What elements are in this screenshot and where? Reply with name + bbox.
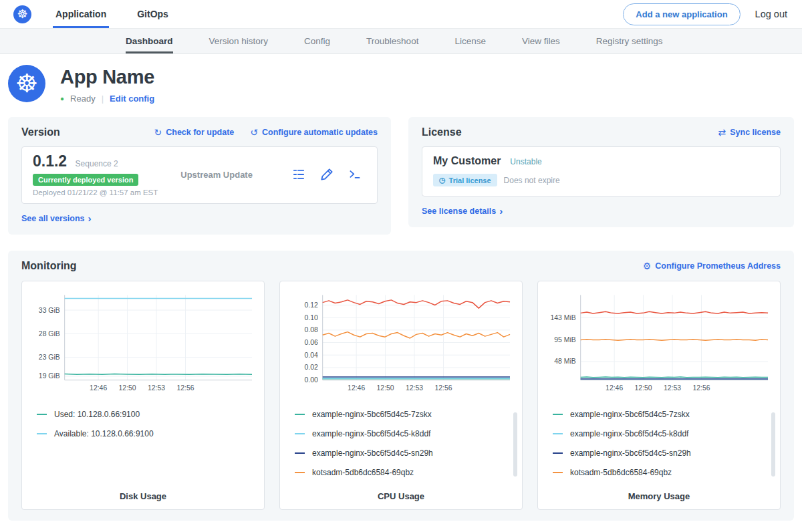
series-color-dash <box>295 472 305 473</box>
version-card: Version ↻ Check for update ↺ Configure a… <box>8 117 391 235</box>
svg-text:12:56: 12:56 <box>692 384 710 392</box>
chevron-right-icon: › <box>499 205 503 217</box>
svg-text:12:50: 12:50 <box>119 384 136 392</box>
legend-scrollbar[interactable] <box>513 412 517 477</box>
cpu-usage-chart: 0.120.100.080.060.040.020.0012:4612:5012… <box>288 289 514 396</box>
svg-text:33 GiB: 33 GiB <box>39 307 60 314</box>
disk-usage-legend: Used: 10.128.0.66:9100Available: 10.128.… <box>30 404 256 443</box>
legend-item: example-nginx-5bc6f5d4c5-sn29h <box>553 443 772 462</box>
page-title: App Name <box>60 66 154 88</box>
app-subnav: Dashboard Version history Config Trouble… <box>0 29 802 54</box>
svg-text:0.12: 0.12 <box>304 301 317 309</box>
kubernetes-logo-icon[interactable]: ☸ <box>13 5 31 23</box>
add-application-button[interactable]: Add a new application <box>623 3 740 25</box>
see-all-versions-link[interactable]: See all versions › <box>21 213 92 224</box>
chart-title: Disk Usage <box>30 482 256 501</box>
panels-row: Version ↻ Check for update ↺ Configure a… <box>0 117 802 235</box>
license-card: License ⇄ Sync license My Customer Unsta… <box>408 117 794 227</box>
svg-text:12:46: 12:46 <box>90 384 107 392</box>
tab-config[interactable]: Config <box>304 29 330 53</box>
refresh-icon: ↻ <box>154 127 162 138</box>
svg-text:0.06: 0.06 <box>304 339 317 346</box>
kubernetes-wheel-glyph: ☸ <box>15 69 38 98</box>
tab-version-history[interactable]: Version history <box>209 29 269 53</box>
tab-registry-settings[interactable]: Registry settings <box>596 29 663 53</box>
deploy-logs-icon[interactable] <box>348 167 362 182</box>
disk-usage-card: 33 GiB28 GiB23 GiB19 GiB12:4612:5012:531… <box>21 281 265 510</box>
memory-usage-chart: 143 MiB95 MiB48 MiB12:4612:5012:5312:56 <box>546 289 772 396</box>
release-notes-icon[interactable] <box>291 167 306 182</box>
legend-label: example-nginx-5bc6f5d4c5-k8ddf <box>570 429 688 438</box>
legend-label: Available: 10.128.0.66:9100 <box>54 429 154 438</box>
svg-text:12:56: 12:56 <box>434 384 452 392</box>
tab-troubleshoot[interactable]: Troubleshoot <box>366 29 418 53</box>
monitoring-title: Monitoring <box>21 260 77 272</box>
primary-tabs: Application GitOps <box>55 0 168 28</box>
svg-text:0.04: 0.04 <box>304 352 317 359</box>
auto-update-icon: ↺ <box>250 127 258 138</box>
legend-label: kotsadm-5db6dc6584-69qbz <box>570 468 672 477</box>
cpu-usage-legend: example-nginx-5bc6f5d4c5-7zskxexample-ng… <box>288 404 514 482</box>
memory-usage-legend: example-nginx-5bc6f5d4c5-7zskxexample-ng… <box>546 404 772 482</box>
configure-automatic-updates-label: Configure automatic updates <box>262 128 378 137</box>
configure-prometheus-link[interactable]: ⚙ Configure Prometheus Address <box>643 261 781 271</box>
sync-license-link[interactable]: ⇄ Sync license <box>718 127 781 138</box>
license-type-row: ◷ Trial license Does not expire <box>433 174 769 186</box>
legend-item: example-nginx-5bc6f5d4c5-k8ddf <box>553 424 772 443</box>
top-navbar: ☸ Application GitOps Add a new applicati… <box>0 0 802 29</box>
chart-title: CPU Usage <box>288 482 514 501</box>
series-color-dash <box>553 472 563 473</box>
current-version-block: 0.1.2 Sequence 2 Currently deployed vers… <box>33 152 158 196</box>
svg-text:48 MiB: 48 MiB <box>554 358 575 365</box>
legend-label: kotsadm-5db6dc6584-69qbz <box>312 468 414 477</box>
version-actions: ↻ Check for update ↺ Configure automatic… <box>154 127 378 138</box>
see-license-details-link[interactable]: See license details › <box>422 205 503 217</box>
legend-label: example-nginx-5bc6f5d4c5-sn29h <box>570 448 691 458</box>
svg-text:12:53: 12:53 <box>406 384 423 392</box>
app-title-block: App Name ● Ready | Edit config <box>60 65 154 104</box>
tab-application[interactable]: Application <box>55 0 106 28</box>
app-status-row: ● Ready | Edit config <box>60 94 154 104</box>
version-number: 0.1.2 <box>33 152 67 170</box>
status-dot-icon: ● <box>60 95 64 102</box>
check-for-update-label: Check for update <box>166 128 234 137</box>
status-text: Ready <box>70 94 96 104</box>
legend-scrollbar[interactable] <box>771 412 775 477</box>
license-details-card: My Customer Unstable ◷ Trial license Doe… <box>422 146 781 196</box>
expiry-text: Does not expire <box>504 176 560 185</box>
svg-text:12:46: 12:46 <box>606 384 623 392</box>
see-all-versions-label: See all versions <box>21 214 85 223</box>
sync-license-label: Sync license <box>730 128 781 137</box>
svg-text:0.10: 0.10 <box>304 314 317 321</box>
tab-gitops[interactable]: GitOps <box>137 0 168 28</box>
gear-icon: ⚙ <box>643 261 652 271</box>
svg-text:0.00: 0.00 <box>304 376 317 384</box>
divider: | <box>102 94 104 104</box>
series-color-dash <box>553 452 563 454</box>
sync-icon: ⇄ <box>718 127 726 138</box>
configure-prometheus-label: Configure Prometheus Address <box>655 261 781 271</box>
current-version-card: 0.1.2 Sequence 2 Currently deployed vers… <box>21 146 378 204</box>
monitoring-card: Monitoring ⚙ Configure Prometheus Addres… <box>8 251 794 521</box>
customer-name: My Customer <box>433 155 501 167</box>
legend-label: Used: 10.128.0.66:9100 <box>54 410 140 419</box>
channel-name: Unstable <box>510 157 541 166</box>
monitor-cards-row: 33 GiB28 GiB23 GiB19 GiB12:4612:5012:531… <box>21 281 781 510</box>
tab-dashboard[interactable]: Dashboard <box>126 29 173 53</box>
license-card-header: License ⇄ Sync license <box>422 126 781 138</box>
edit-config-link[interactable]: Edit config <box>110 94 154 104</box>
check-for-update-link[interactable]: ↻ Check for update <box>154 127 234 138</box>
svg-text:23 GiB: 23 GiB <box>39 354 60 361</box>
clock-icon: ◷ <box>439 176 446 184</box>
svg-text:95 MiB: 95 MiB <box>554 336 575 344</box>
kubernetes-wheel-glyph: ☸ <box>17 7 27 21</box>
series-color-dash <box>295 433 305 434</box>
svg-text:12:53: 12:53 <box>664 384 681 392</box>
configure-automatic-updates-link[interactable]: ↺ Configure automatic updates <box>250 127 378 138</box>
edit-config-icon[interactable] <box>319 167 334 182</box>
tab-license[interactable]: License <box>454 29 486 53</box>
deployed-timestamp: Deployed 01/21/22 @ 11:57 am EST <box>33 188 158 196</box>
svg-text:19 GiB: 19 GiB <box>39 372 60 380</box>
tab-view-files[interactable]: View files <box>522 29 560 53</box>
logout-link[interactable]: Log out <box>755 9 787 19</box>
